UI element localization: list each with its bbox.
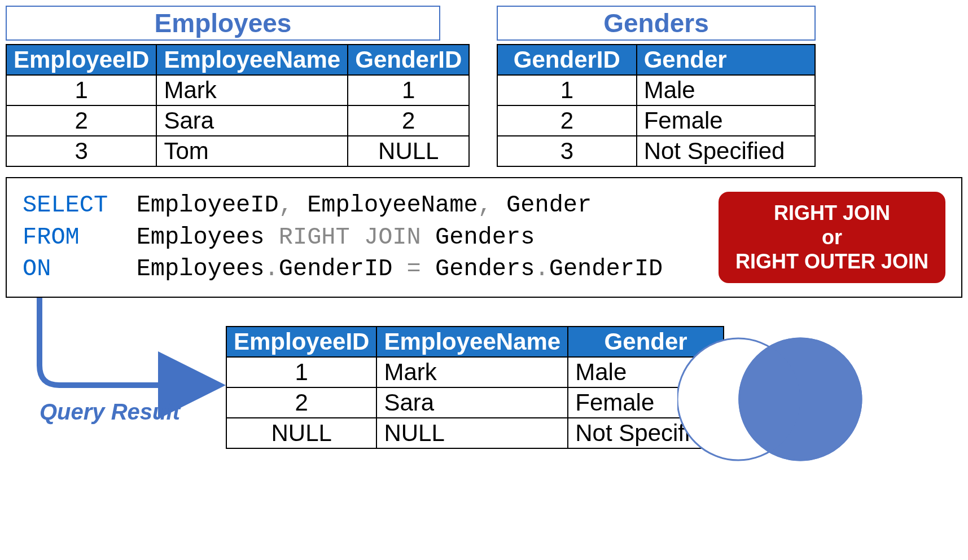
employees-col-name: EmployeeName <box>156 45 348 75</box>
genders-col-g: Gender <box>637 45 815 75</box>
table-row: 3 Not Specified <box>497 136 815 166</box>
arrow-icon <box>23 286 237 416</box>
table-row: NULL NULL Not Specified <box>226 418 724 448</box>
join-type-badge: RIGHT JOIN or RIGHT OUTER JOIN <box>719 192 945 283</box>
venn-diagram-icon <box>677 326 869 467</box>
result-col-name: EmployeeName <box>376 327 568 357</box>
genders-title: Genders <box>497 6 816 41</box>
result-col-id: EmployeeID <box>226 327 376 357</box>
table-row: 2 Sara 2 <box>6 105 469 136</box>
genders-table: GenderID Gender 1 Male 2 Female 3 Not Sp… <box>497 44 816 167</box>
genders-table-block: Genders GenderID Gender 1 Male 2 Female … <box>497 6 816 167</box>
employees-col-id: EmployeeID <box>6 45 156 75</box>
employees-title: Employees <box>6 6 440 41</box>
employees-table-block: Employees EmployeeID EmployeeName Gender… <box>6 6 440 167</box>
table-row: 1 Mark Male <box>226 357 724 387</box>
query-result-label: Query Result <box>40 399 180 425</box>
result-table-block: EmployeeID EmployeeName Gender 1 Mark Ma… <box>226 326 724 449</box>
table-row: 2 Female <box>497 105 815 136</box>
table-row: 2 Sara Female <box>226 387 724 418</box>
genders-col-id: GenderID <box>497 45 637 75</box>
sql-query-box: SELECT EmployeeID, EmployeeName, Gender … <box>6 177 962 298</box>
table-row: 1 Mark 1 <box>6 75 469 105</box>
table-row: 3 Tom NULL <box>6 136 469 166</box>
employees-col-gid: GenderID <box>348 45 469 75</box>
table-row: 1 Male <box>497 75 815 105</box>
employees-table: EmployeeID EmployeeName GenderID 1 Mark … <box>6 44 470 167</box>
result-table: EmployeeID EmployeeName Gender 1 Mark Ma… <box>226 326 724 449</box>
